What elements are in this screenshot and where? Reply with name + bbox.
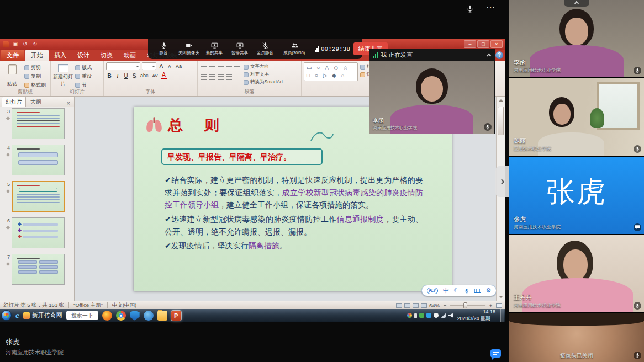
participant-video-5[interactable]: 摄像头已关闭 <box>509 313 644 362</box>
cut-button[interactable]: 剪切 <box>24 64 46 71</box>
align-text-button[interactable]: 对齐文本 <box>244 71 283 78</box>
mute-button[interactable]: 静音 <box>151 42 176 56</box>
ime-toolbar[interactable]: FLY 中 ☾ ⚙ <box>421 285 497 296</box>
security-taskbar-icon[interactable] <box>130 311 140 321</box>
active-speaker-window[interactable]: 我 正在发言 李函 河南应用技术职业学院 <box>369 49 495 134</box>
italic-button[interactable]: I <box>114 72 121 79</box>
line-spacing-icon[interactable] <box>234 65 240 70</box>
zoom-slider-thumb[interactable] <box>463 302 467 308</box>
members-button[interactable]: 成员(30/36) <box>278 42 310 56</box>
font-size-select[interactable] <box>142 62 156 70</box>
participant-video-2[interactable]: 魏丽 应用技术职业学院 <box>509 78 644 156</box>
participant-video-4[interactable]: 王丹丹 河南应用技术职业学院 <box>509 235 644 312</box>
slide-thumbnail-6[interactable] <box>12 217 65 248</box>
undo-button[interactable]: ↺ <box>22 39 29 49</box>
tray-network-icon[interactable] <box>441 313 446 318</box>
scroll-up-icon[interactable] <box>499 99 503 102</box>
new-share-button[interactable]: 新的共享 <box>202 42 226 56</box>
redo-button[interactable]: ↻ <box>31 39 39 49</box>
font-name-select[interactable] <box>106 62 140 70</box>
zoom-slider[interactable] <box>450 305 485 306</box>
fit-to-window-button[interactable] <box>496 303 502 308</box>
stage-more-icon[interactable]: ⋯ <box>486 2 496 12</box>
ime-settings-icon[interactable]: ⚙ <box>486 287 492 294</box>
chat-bubble-icon[interactable] <box>490 349 501 358</box>
scroll-down-icon[interactable] <box>499 296 503 298</box>
ie-taskbar-icon[interactable]: e <box>15 311 19 320</box>
smartart-button[interactable]: 转换为SmartArt <box>244 79 283 86</box>
underline-button[interactable]: U <box>123 72 129 79</box>
sidebar-collapse-button[interactable] <box>564 0 589 7</box>
zoom-level[interactable]: 64% <box>429 302 440 308</box>
minimize-button[interactable]: – <box>464 40 476 48</box>
tray-sogou-icon[interactable] <box>407 313 412 318</box>
panel-close-icon[interactable]: × <box>65 100 72 107</box>
align-left-icon[interactable] <box>201 74 207 80</box>
collapse-button[interactable] <box>487 52 490 58</box>
zoom-in-button[interactable]: + <box>488 302 494 308</box>
tab-insert[interactable]: 插入 <box>49 50 72 61</box>
ime-lang-button[interactable]: 中 <box>443 286 449 295</box>
indent-decrease-icon[interactable] <box>218 65 224 70</box>
slide-thumbnail-5-selected[interactable] <box>12 181 65 212</box>
video-panel-toggle[interactable] <box>495 166 509 197</box>
strikethrough-button[interactable]: abc <box>139 72 150 79</box>
new-slide-button[interactable]: 新建幻灯片 <box>53 62 73 89</box>
shapes-gallery[interactable]: ▭ ○ △ ◇ ☆ □ ○ ▷ ◆ ⌂ <box>304 62 358 81</box>
align-right-icon[interactable] <box>218 74 224 80</box>
search-box[interactable]: 搜索一下 <box>66 311 98 320</box>
tab-outline[interactable]: 大纲 <box>27 97 45 107</box>
tab-file[interactable]: 文件 <box>1 50 24 61</box>
camera-button[interactable]: 关闭摄像头 <box>177 42 201 56</box>
numbering-icon[interactable] <box>209 65 215 70</box>
slide-sorter-button[interactable] <box>404 303 410 308</box>
slideshow-button[interactable] <box>421 303 427 308</box>
slide-thumbnail-7[interactable] <box>12 254 65 285</box>
normal-view-button[interactable] <box>396 303 402 308</box>
ime-keyboard-icon[interactable] <box>474 289 481 293</box>
participant-video-1[interactable]: 李函 河南应用技术职业学院 <box>509 0 644 77</box>
stage-mic-icon[interactable] <box>466 4 474 13</box>
ime-night-mode-icon[interactable]: ☾ <box>453 287 459 294</box>
justify-icon[interactable] <box>226 74 232 80</box>
copy-button[interactable]: 复制 <box>24 73 46 80</box>
grow-font-button[interactable]: A <box>158 63 165 70</box>
character-spacing-button[interactable]: AV <box>151 72 159 79</box>
slide-thumbnail-3[interactable] <box>12 108 65 139</box>
language-indicator[interactable]: 中文(中国) <box>112 302 136 309</box>
tab-slides-thumbnails[interactable]: 幻灯片 <box>2 97 26 107</box>
taskbar-clock[interactable]: 14:18 2020/3/24 星期二 <box>457 309 495 322</box>
help-button[interactable]: ? <box>495 51 503 59</box>
align-center-icon[interactable] <box>209 74 215 80</box>
show-desktop-button[interactable] <box>500 309 504 322</box>
scrollbar-thumb[interactable] <box>498 107 504 135</box>
zoom-out-button[interactable]: − <box>442 302 448 308</box>
ime-mic-icon[interactable] <box>464 288 469 294</box>
mute-all-button[interactable]: 全员静音 <box>253 42 277 56</box>
indent-increase-icon[interactable] <box>226 65 232 70</box>
firefox-taskbar-icon[interactable] <box>102 311 112 321</box>
layout-button[interactable]: 版式 <box>75 64 92 71</box>
reset-button[interactable]: 重设 <box>75 73 92 80</box>
slide-thumbnail-4[interactable] <box>12 145 65 175</box>
tray-bluetooth-icon[interactable] <box>434 313 439 318</box>
paste-button[interactable]: 粘贴 <box>2 62 22 89</box>
save-button[interactable]: ▣ <box>12 39 19 49</box>
tray-app-icon[interactable] <box>426 313 431 318</box>
participant-card-3[interactable]: 张虎 张虎 河南应用技术职业学院 <box>509 157 644 234</box>
restore-button[interactable]: □ <box>477 40 489 48</box>
tab-transitions[interactable]: 切换 <box>95 50 118 61</box>
browser2-taskbar-icon[interactable] <box>144 311 154 321</box>
start-button[interactable] <box>1 310 12 321</box>
font-color-button[interactable]: A <box>161 72 167 79</box>
tray-security-icon[interactable] <box>419 313 424 318</box>
current-slide[interactable]: 总 则 早发现、早报告、早隔离、早治疗。 ✔结合实际，建立更严密的机制，特别是快… <box>134 107 452 291</box>
text-shadow-button[interactable]: S <box>131 72 138 79</box>
tray-mic-icon[interactable] <box>414 313 417 318</box>
bullets-icon[interactable] <box>201 65 207 70</box>
tray-volume-icon[interactable] <box>448 313 453 318</box>
explorer-taskbar-icon[interactable] <box>157 311 167 321</box>
shortcut-item[interactable]: 新开传奇网 <box>23 311 62 320</box>
tab-animations[interactable]: 动画 <box>118 50 141 61</box>
powerpoint-taskbar-icon[interactable]: P <box>171 311 181 321</box>
